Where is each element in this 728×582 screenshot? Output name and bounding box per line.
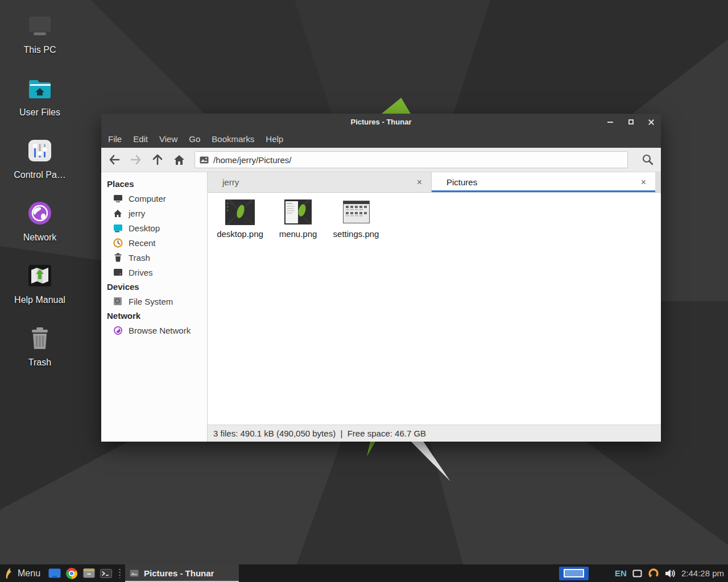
image-thumbnail (269, 198, 327, 226)
taskbar-window-label: Pictures - Thunar (144, 568, 214, 578)
launcher-archive[interactable] (80, 564, 97, 582)
file-desktop-png[interactable]: desktop.png (211, 198, 269, 239)
computer-icon (113, 193, 123, 203)
sidebar-item-recent[interactable]: Recent (101, 235, 207, 250)
up-button[interactable] (147, 150, 168, 169)
launcher-file-manager[interactable] (46, 564, 63, 582)
statusbar: 3 files: 490.1 kB (490,050 bytes) | Free… (208, 425, 661, 442)
launcher-chrome[interactable] (63, 564, 80, 582)
menu-button[interactable]: Menu (0, 564, 46, 582)
file-settings-png[interactable]: settings.png (327, 198, 385, 239)
harddisk-icon (113, 296, 123, 306)
computer-icon (3, 13, 77, 38)
back-button[interactable] (104, 150, 125, 169)
path-field[interactable]: /home/jerry/Pictures/ (195, 151, 628, 168)
minimize-button[interactable] (606, 118, 614, 126)
menu-help[interactable]: Help (260, 131, 289, 147)
tab-close-icon[interactable]: × (416, 177, 423, 188)
tab-label: jerry (222, 177, 416, 187)
terminal-icon (100, 569, 112, 578)
desktop-icon-label: Control Pa… (3, 170, 77, 180)
file-name: menu.png (269, 229, 327, 239)
forward-icon (130, 155, 142, 165)
sidebar-item-label: Trash (129, 253, 150, 263)
tab-jerry[interactable]: jerry × (208, 172, 432, 192)
desktop-icon-trash[interactable]: Trash (3, 325, 77, 371)
file-pane: jerry × Pictures × (208, 172, 661, 442)
forward-button[interactable] (125, 150, 147, 169)
sidebar-item-file-system[interactable]: File System (101, 294, 207, 309)
clock[interactable]: 2:44:28 pm (681, 568, 725, 578)
close-button[interactable] (647, 118, 655, 126)
maximize-button[interactable] (627, 118, 635, 126)
desktop-icon-label: Help Manual (3, 295, 77, 305)
desktop-icon-label: This PC (3, 45, 77, 55)
desktop-icon-user-files[interactable]: User Files (3, 75, 77, 120)
image-thumbnail (211, 198, 269, 226)
panel-handle[interactable] (119, 569, 121, 578)
home-icon (113, 208, 123, 218)
desktop-icon-this-pc[interactable]: This PC (3, 13, 77, 58)
update-manager-icon[interactable] (648, 568, 659, 579)
sidebar-item-trash[interactable]: Trash (101, 250, 207, 265)
trash-icon (113, 252, 123, 263)
network-globe-icon (113, 325, 123, 335)
desktop-icon-help-manual[interactable]: Help Manual (3, 263, 77, 308)
image-file-icon (130, 569, 139, 577)
menu-button-label: Menu (18, 568, 40, 579)
sliders-icon (3, 138, 77, 163)
sidebar-item-label: Computer (129, 194, 166, 203)
menu-edit[interactable]: Edit (127, 131, 154, 147)
sidebar-item-label: jerry (129, 209, 145, 218)
display-tray-icon[interactable] (632, 569, 642, 577)
sidebar-header-devices: Devices (101, 280, 207, 294)
menu-file[interactable]: File (102, 131, 127, 147)
menu-bookmarks[interactable]: Bookmarks (206, 131, 260, 147)
sidebar-item-label: File System (129, 297, 173, 306)
menubar: File Edit View Go Bookmarks Help (101, 130, 661, 148)
sidebar-header-network: Network (101, 309, 207, 323)
up-icon (152, 154, 163, 165)
tab-bar: jerry × Pictures × (208, 172, 661, 193)
sidebar-item-jerry[interactable]: jerry (101, 206, 207, 221)
launcher-terminal[interactable] (97, 564, 114, 582)
desktop-icon-control-panel[interactable]: Control Pa… (3, 138, 77, 183)
path-text: /home/jerry/Pictures/ (213, 155, 292, 165)
search-button[interactable] (636, 150, 660, 169)
file-menu-png[interactable]: menu.png (269, 198, 327, 239)
desktop-icon-label: Trash (3, 357, 77, 368)
sidebar-item-drives[interactable]: Drives (101, 265, 207, 280)
window-titlebar[interactable]: Pictures - Thunar (101, 114, 661, 130)
workspace-window-preview (564, 569, 584, 577)
sidebar: Places Computer jerry Desktop (101, 172, 208, 442)
desktop-icon (113, 223, 123, 233)
taskbar-window-button[interactable]: Pictures - Thunar (125, 564, 239, 582)
tab-label: Pictures (446, 177, 640, 187)
desktop-icon-network[interactable]: Network (3, 200, 77, 246)
file-grid[interactable]: desktop.png (208, 193, 661, 425)
sidebar-item-desktop[interactable]: Desktop (101, 221, 207, 235)
clock-icon (113, 238, 123, 248)
workspace-switcher[interactable] (559, 567, 589, 580)
window-content: Places Computer jerry Desktop (101, 172, 661, 442)
home-icon (173, 155, 185, 165)
sidebar-header-places: Places (101, 177, 207, 191)
chrome-icon (66, 568, 77, 579)
globe-icon (3, 200, 77, 225)
keyboard-layout-indicator[interactable]: EN (615, 568, 627, 578)
search-icon (642, 153, 654, 166)
sidebar-item-computer[interactable]: Computer (101, 191, 207, 206)
toolbar: /home/jerry/Pictures/ (101, 148, 661, 172)
menu-go[interactable]: Go (183, 131, 206, 147)
sidebar-item-label: Browse Network (129, 326, 191, 335)
sidebar-item-browse-network[interactable]: Browse Network (101, 323, 207, 338)
drive-icon (113, 267, 123, 277)
volume-icon[interactable] (665, 569, 676, 578)
home-button[interactable] (168, 150, 190, 169)
tab-pictures[interactable]: Pictures × (432, 172, 655, 192)
menu-view[interactable]: View (154, 131, 183, 147)
minimize-icon (607, 122, 613, 123)
sidebar-item-label: Desktop (129, 223, 160, 233)
tab-close-icon[interactable]: × (640, 177, 647, 188)
image-file-icon (200, 156, 209, 164)
